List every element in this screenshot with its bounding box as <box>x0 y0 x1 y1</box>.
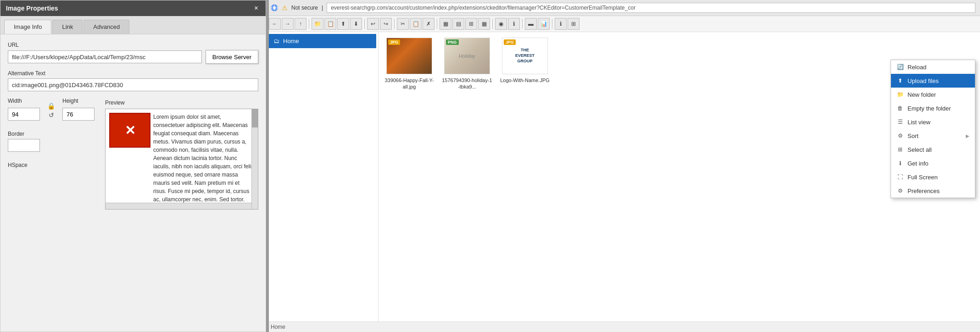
file-item[interactable]: JPG 339066-Happy-Fall-Y-all.jpg <box>384 38 434 90</box>
ctx-get-info[interactable]: ℹ Get info <box>891 156 975 170</box>
warning-icon: ⚠ <box>282 4 288 11</box>
url-row: Browse Server <box>8 50 258 64</box>
tab-link[interactable]: Link <box>52 20 83 34</box>
fm-main[interactable]: JPG 339066-Happy-Fall-Y-all.jpg PNG Holi… <box>379 32 980 321</box>
dimensions-panel: Width 🔒 ↺ Height Border <box>8 98 100 210</box>
hspace-label: HSpace <box>8 162 100 168</box>
statusbar-text: Home <box>271 324 285 330</box>
file-thumbnail: JPG THEEVERESTGROUP <box>502 38 548 74</box>
tb-view3-btn[interactable]: ⊞ <box>465 18 477 30</box>
preview-section: Preview ✕ Lorem ipsum dolor sit amet, co… <box>105 100 258 210</box>
preview-text: Lorem ipsum dolor sit amet, consectetuer… <box>153 113 254 210</box>
file-item[interactable]: PNG Holiday 1576794390-holiday-1-tbka9..… <box>442 38 492 90</box>
address-bar[interactable]: everest-searchgrp.com/account/customer/i… <box>327 3 975 13</box>
tb-view1-btn[interactable]: ▦ <box>440 18 451 30</box>
ctx-sort-label: Sort <box>908 133 919 139</box>
height-input[interactable] <box>62 108 95 121</box>
height-group: Height <box>62 98 95 121</box>
ctx-upload-files[interactable]: ⬆ Upload files <box>891 74 975 88</box>
tb-chart-btn[interactable]: 📊 <box>538 18 550 30</box>
list-view-icon: ☰ <box>896 118 904 126</box>
refresh-icon[interactable]: ↺ <box>49 111 54 119</box>
fm-toolbar: ← → ↑ 📁 📋 ⬆ ⬇ ↩ ↪ ✂ 📋 ✗ ▦ ▤ ⊞ ▦ ◉ ℹ ▬ 📊 … <box>266 16 980 32</box>
upload-icon: ⬆ <box>896 77 904 84</box>
file-item[interactable]: JPG THEEVERESTGROUP Logo-With-Name.JPG <box>500 38 550 90</box>
file-badge-jpg2: JPG <box>504 39 516 45</box>
tb-sep-7 <box>552 19 552 29</box>
tb-cut-btn[interactable]: ✂ <box>397 18 409 30</box>
tb-info2-btn[interactable]: ℹ <box>555 18 567 30</box>
tab-advanced[interactable]: Advanced <box>84 20 129 34</box>
preview-scrollbar[interactable] <box>251 109 258 209</box>
tb-sep-1 <box>309 19 309 29</box>
fm-body: 🗂 Home JPG 339066-Happy-Fall-Y-all.jpg P… <box>266 32 980 321</box>
tb-sep-3 <box>394 19 395 29</box>
width-label: Width <box>8 98 40 104</box>
lock-icon[interactable]: 🔒 <box>47 102 55 110</box>
ctx-reload-label: Reload <box>908 64 926 71</box>
tb-view2-btn[interactable]: ▤ <box>452 18 464 30</box>
ctx-sort[interactable]: ⚙ Sort ▶ <box>891 129 975 143</box>
border-input[interactable] <box>8 139 40 152</box>
ctx-full-screen[interactable]: ⛶ Full Screen <box>891 170 975 184</box>
file-name: 1576794390-holiday-1-tbka9... <box>442 77 492 90</box>
tb-down-btn[interactable]: ⬇ <box>350 18 362 30</box>
dialog-tabs: Image Info Link Advanced <box>0 16 266 34</box>
tb-bar1-btn[interactable]: ▬ <box>525 18 537 30</box>
browse-server-button[interactable]: Browse Server <box>206 50 258 64</box>
url-group: URL Browse Server <box>8 42 258 64</box>
url-label: URL <box>8 42 258 48</box>
tb-grid-btn[interactable]: ⊞ <box>568 18 579 30</box>
empty-folder-icon: 🗑 <box>896 105 904 112</box>
tb-redo-btn[interactable]: ↪ <box>380 18 392 30</box>
ctx-preferences[interactable]: ⚙ Preferences <box>891 184 975 198</box>
tb-view4-btn[interactable]: ▦ <box>478 18 490 30</box>
sort-arrow-icon: ▶ <box>966 133 969 138</box>
fm-sidebar: 🗂 Home <box>266 32 379 321</box>
scrollbar-thumb <box>252 109 258 127</box>
home-folder-icon: 🗂 <box>273 38 279 44</box>
ctx-preferences-label: Preferences <box>908 188 940 194</box>
dialog-titlebar: Image Properties × <box>0 0 266 16</box>
preview-label: Preview <box>105 100 258 106</box>
ctx-list-view[interactable]: ☰ List view <box>891 115 975 129</box>
fm-statusbar: Home <box>266 321 980 332</box>
tb-folder-btn[interactable]: 📁 <box>312 18 323 30</box>
tb-forward-btn[interactable]: → <box>282 18 294 30</box>
filemanager-panel: ⚠ Not secure | everest-searchgrp.com/acc… <box>266 0 980 332</box>
alt-text-input[interactable] <box>8 78 258 91</box>
ctx-new-folder[interactable]: 📁 New folder <box>891 88 975 101</box>
tb-undo-btn[interactable]: ↩ <box>367 18 379 30</box>
ctx-empty-folder-label: Empty the folder <box>908 105 951 112</box>
preview-box: ✕ Lorem ipsum dolor sit amet, consectetu… <box>105 109 258 210</box>
tb-paste-btn[interactable]: 📋 <box>410 18 422 30</box>
tb-sep-4 <box>437 19 437 29</box>
tb-preview-btn[interactable]: ◉ <box>495 18 507 30</box>
tab-image-info[interactable]: Image Info <box>4 20 51 34</box>
file-badge-png: PNG <box>446 39 459 45</box>
broken-x-icon: ✕ <box>125 123 135 138</box>
ctx-list-view-label: List view <box>908 119 930 126</box>
ctx-select-all[interactable]: ⊞ Select all <box>891 143 975 156</box>
tb-up-btn[interactable]: ↑ <box>295 18 306 30</box>
fullscreen-icon: ⛶ <box>896 173 904 181</box>
sidebar-item-home[interactable]: 🗂 Home <box>268 34 376 48</box>
tb-sep-5 <box>492 19 493 29</box>
dialog-close-button[interactable]: × <box>252 4 260 12</box>
resize-handle[interactable] <box>266 0 269 332</box>
file-badge-jpg: JPG <box>388 39 400 45</box>
border-group: Border <box>8 131 100 152</box>
tb-up2-btn[interactable]: ⬆ <box>337 18 349 30</box>
tb-copy-btn[interactable]: 📋 <box>324 18 336 30</box>
url-input[interactable] <box>8 50 202 63</box>
ctx-empty-folder[interactable]: 🗑 Empty the folder <box>891 101 975 115</box>
tb-delete-btn[interactable]: ✗ <box>423 18 434 30</box>
tb-back-btn[interactable]: ← <box>269 18 281 30</box>
lock-icons: 🔒 ↺ <box>47 98 55 121</box>
width-input[interactable] <box>8 108 40 121</box>
ctx-get-info-label: Get info <box>908 160 929 167</box>
ctx-reload[interactable]: 🔄 Reload <box>891 60 975 74</box>
preview-hscrollbar[interactable] <box>106 203 251 209</box>
pipe-separator: | <box>322 5 323 11</box>
tb-info-btn[interactable]: ℹ <box>508 18 520 30</box>
